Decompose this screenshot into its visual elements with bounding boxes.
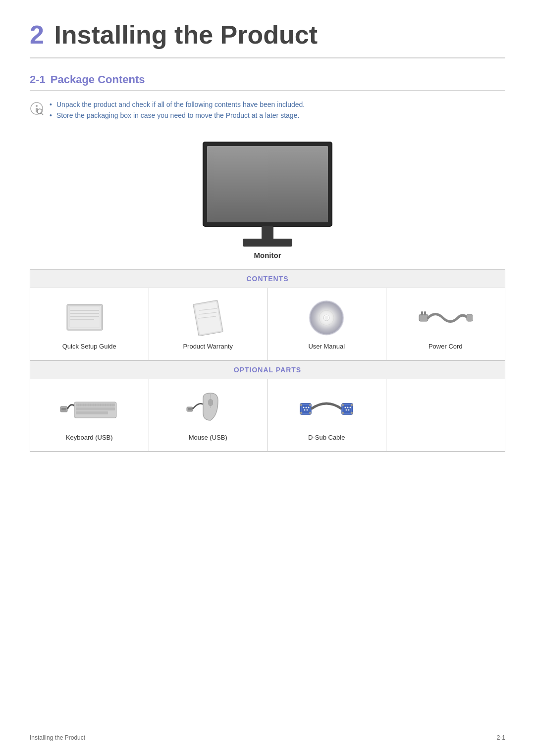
svg-rect-57 xyxy=(302,405,310,413)
svg-line-4 xyxy=(42,113,43,115)
manual-label: User Manual xyxy=(308,343,345,350)
svg-rect-11 xyxy=(68,306,101,329)
quick-setup-label: Quick Setup Guide xyxy=(62,343,116,350)
section-title: Package Contents xyxy=(51,73,145,86)
footer-right: 2-1 xyxy=(497,734,505,741)
section-number: 2-1 xyxy=(30,73,46,86)
svg-rect-68 xyxy=(343,405,351,413)
svg-point-58 xyxy=(303,406,305,408)
dsub-label: D-Sub Cable xyxy=(308,434,345,441)
svg-point-64 xyxy=(300,412,302,414)
svg-rect-7 xyxy=(207,146,328,222)
warranty-image xyxy=(188,298,228,338)
svg-rect-53 xyxy=(188,408,192,410)
svg-point-69 xyxy=(345,406,346,408)
monitor-svg xyxy=(188,137,347,251)
power-cord-image xyxy=(418,298,473,338)
svg-point-3 xyxy=(37,109,42,114)
optional-cell-dsub: D-Sub Cable xyxy=(268,379,386,451)
svg-point-75 xyxy=(342,412,344,414)
monitor-section: Monitor xyxy=(30,137,505,259)
svg-point-73 xyxy=(348,409,350,410)
svg-point-70 xyxy=(347,406,349,408)
optional-items-row: Keyboard (USB) Mouse (USB xyxy=(30,379,505,452)
svg-point-62 xyxy=(307,409,308,410)
page-header: 2 Installing the Product xyxy=(30,20,505,58)
svg-point-76 xyxy=(351,404,353,406)
contents-cell-manual: User Manual xyxy=(268,288,386,360)
dsub-image xyxy=(299,389,354,429)
manual-image xyxy=(307,298,346,338)
svg-rect-28 xyxy=(421,311,423,315)
note-item-2: Store the packaging box in case you need… xyxy=(50,111,305,119)
note-icon xyxy=(30,101,44,115)
svg-rect-35 xyxy=(76,407,115,410)
svg-point-59 xyxy=(306,406,307,408)
section-header: 2-1 Package Contents xyxy=(30,73,505,91)
svg-point-66 xyxy=(309,412,311,414)
chapter-title: Installing the Product xyxy=(54,20,318,49)
svg-rect-32 xyxy=(61,408,66,410)
svg-point-74 xyxy=(342,404,344,406)
svg-rect-8 xyxy=(262,226,273,240)
svg-rect-34 xyxy=(76,403,115,406)
mouse-label: Mouse (USB) xyxy=(189,434,227,441)
footer: Installing the Product 2-1 xyxy=(30,730,505,741)
svg-rect-30 xyxy=(467,314,473,321)
svg-point-65 xyxy=(309,404,311,406)
footer-left: Installing the Product xyxy=(30,734,85,741)
svg-rect-27 xyxy=(419,314,428,321)
contents-items-row: Quick Setup Guide Product Warranty xyxy=(30,288,505,360)
contents-header: CONTENTS xyxy=(30,270,505,288)
contents-table: CONTENTS Quick Setup Guide xyxy=(30,269,505,452)
notes-area: Unpack the product and check if all of t… xyxy=(30,101,505,122)
note-item-1: Unpack the product and check if all of t… xyxy=(50,101,305,108)
svg-point-60 xyxy=(308,406,310,408)
svg-point-63 xyxy=(300,404,302,406)
svg-rect-55 xyxy=(209,400,213,405)
power-cord-label: Power Cord xyxy=(428,343,463,350)
svg-point-77 xyxy=(351,412,353,414)
svg-point-61 xyxy=(304,409,306,410)
optional-header: OPTIONAL PARTS xyxy=(30,360,505,379)
keyboard-label: Keyboard (USB) xyxy=(66,434,113,441)
svg-point-71 xyxy=(350,406,351,408)
svg-point-1 xyxy=(36,105,38,107)
optional-cell-keyboard: Keyboard (USB) xyxy=(30,379,149,451)
svg-rect-36 xyxy=(76,411,108,414)
svg-rect-29 xyxy=(424,311,426,315)
monitor-label: Monitor xyxy=(254,251,281,259)
keyboard-image xyxy=(59,389,119,429)
chapter-number: 2 xyxy=(30,20,44,49)
optional-cell-mouse: Mouse (USB) xyxy=(149,379,268,451)
contents-cell-quick-setup: Quick Setup Guide xyxy=(30,288,149,360)
svg-point-25 xyxy=(324,316,328,320)
notes-list: Unpack the product and check if all of t… xyxy=(50,101,305,122)
quick-setup-image xyxy=(64,298,114,338)
optional-cell-empty xyxy=(386,379,505,451)
contents-cell-power-cord: Power Cord xyxy=(386,288,505,360)
mouse-image xyxy=(186,389,230,429)
warranty-label: Product Warranty xyxy=(183,343,233,350)
contents-cell-warranty: Product Warranty xyxy=(149,288,268,360)
svg-rect-9 xyxy=(243,239,292,247)
svg-point-72 xyxy=(346,409,347,410)
